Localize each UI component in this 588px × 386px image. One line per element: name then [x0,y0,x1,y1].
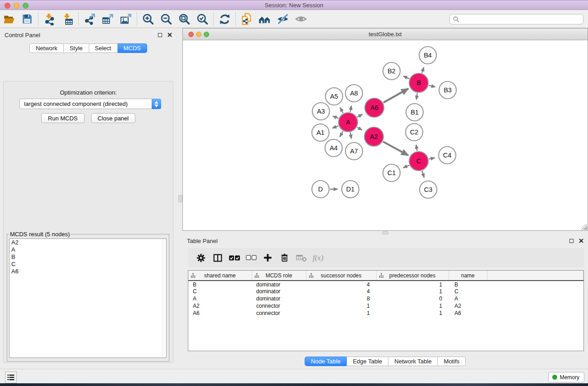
tab-node-table[interactable]: Node Table [305,357,347,366]
graph-node-C[interactable]: C [409,152,428,171]
table-cell-successor_nodes[interactable]: 4 [306,281,376,288]
export-image-icon[interactable] [117,11,135,27]
graph-node-A2[interactable]: A2 [364,127,383,146]
delete-table-icon[interactable] [293,250,310,266]
close-panel-icon[interactable] [167,33,172,37]
close-window-button[interactable] [5,3,10,9]
column-header-shared-name[interactable]: shared name [188,271,252,281]
import-network-icon[interactable] [40,11,58,27]
table-cell-successor_nodes[interactable]: 1 [306,302,376,310]
table-cell-predecessor_nodes[interactable]: 1 [376,310,449,317]
tab-edge-table[interactable]: Edge Table [347,357,388,366]
table-cell-shared_name[interactable]: A6 [188,310,252,317]
graph-edge-C-C1[interactable] [403,165,409,168]
save-session-icon[interactable] [18,11,36,27]
graph-edge-A-A1[interactable] [332,126,338,128]
table-cell-mcds_role[interactable]: dominator [252,295,306,302]
export-network-icon[interactable] [81,11,99,27]
graph-edge-A-A7[interactable] [350,133,352,139]
graph-node-B[interactable]: B [409,73,428,92]
table-cell-shared_name[interactable]: B [188,281,252,288]
close-table-panel-icon[interactable] [579,238,583,243]
graph-node-B1[interactable]: B1 [406,104,423,121]
graph-node-A1[interactable]: A1 [312,124,329,141]
add-column-icon[interactable] [259,250,276,266]
minimize-network-button[interactable] [196,32,201,37]
table-cell-successor_nodes[interactable]: 4 [306,288,376,295]
table-row[interactable]: A6connector11A6 [188,310,583,317]
graph-node-C3[interactable]: C3 [420,181,437,198]
table-cell-mcds_role[interactable]: dominator [252,288,306,295]
close-panel-button[interactable]: Close panel [91,113,136,123]
mcds-result-list[interactable]: A2ABCA6 [9,238,167,358]
table-cell-successor_nodes[interactable]: 8 [306,295,376,302]
graph-edge-A-A5[interactable] [340,108,343,113]
table-cell-mcds_role[interactable]: connector [252,302,306,310]
table-cell-name[interactable]: B [449,281,487,288]
column-header-MCDS-role[interactable]: MCDS role [252,271,306,281]
close-network-button[interactable] [188,32,194,37]
graph-edge-A-A4[interactable] [340,131,343,137]
table-cell-mcds_role[interactable]: connector [252,310,306,317]
delete-column-icon[interactable] [276,250,293,266]
table-cell-mcds_role[interactable]: dominator [252,281,306,288]
column-header-predecessor-nodes[interactable]: predecessor nodes [376,271,449,281]
mcds-result-item[interactable]: B [10,253,166,261]
table-cell-predecessor_nodes[interactable]: 0 [376,295,449,302]
show-eye-icon[interactable] [292,11,310,27]
window-resize-grip[interactable] [581,224,587,230]
table-cell-predecessor_nodes[interactable]: 1 [376,281,449,288]
column-header-name[interactable]: name [449,271,487,281]
table-cell-predecessor_nodes[interactable]: 1 [376,302,449,310]
graph-node-A6[interactable]: A6 [365,98,384,117]
hide-graphics-details-icon[interactable] [274,11,292,27]
search-input[interactable] [459,15,583,24]
float-table-panel-icon[interactable] [569,239,574,243]
duplicate-network-icon[interactable] [238,11,256,27]
graph-node-B4[interactable]: B4 [419,47,436,64]
table-cell-name[interactable]: A6 [449,310,487,317]
graph-edge-C-C4[interactable] [429,158,435,159]
table-row[interactable]: A2connector11A2 [188,302,583,310]
table-row[interactable]: Bdominator41B [188,281,583,288]
graph-node-A5[interactable]: A5 [325,88,343,105]
graph-node-A4[interactable]: A4 [325,139,342,157]
maximize-network-button[interactable] [204,32,209,37]
tab-style[interactable]: Style [64,43,89,53]
mcds-result-item[interactable]: C [10,261,166,268]
tab-network[interactable]: Network [29,43,64,53]
function-builder-icon[interactable]: f(x) [310,250,326,266]
mcds-result-item[interactable]: A6 [10,268,166,275]
graph-edge-B-B4[interactable] [422,67,424,73]
settings-gear-icon[interactable] [192,250,209,266]
table-cell-name[interactable]: C [449,288,487,295]
table-divider-grip[interactable] [382,231,388,234]
column-header-successor-nodes[interactable]: successor nodes [306,271,376,281]
result-scrollbar[interactable] [162,239,166,357]
graph-node-A[interactable]: A [339,113,358,132]
export-table-icon[interactable] [99,11,117,27]
show-panels-button[interactable] [5,372,17,383]
graph-node-D[interactable]: D [312,181,329,198]
table-row[interactable]: Adominator80A [188,295,583,302]
mcds-result-item[interactable]: A2 [10,239,166,246]
graph-node-C4[interactable]: C4 [439,147,456,164]
split-view-icon[interactable] [209,250,226,266]
table-cell-name[interactable]: A [449,295,487,302]
select-all-icon[interactable] [226,250,243,266]
tab-mcds[interactable]: MCDS [118,43,147,53]
tab-motifs[interactable]: Motifs [438,357,466,366]
zoom-in-icon[interactable] [139,11,157,27]
table-cell-successor_nodes[interactable]: 1 [306,310,376,317]
graph-edge-A-A6[interactable] [357,114,363,117]
graph-node-D1[interactable]: D1 [342,181,359,198]
graph-node-C2[interactable]: C2 [406,124,423,141]
minimize-window-button[interactable] [14,3,19,9]
home-icon[interactable] [256,11,274,27]
network-canvas[interactable]: B4B2BB3A8A5A6A3B1AA1C2A2A4A7C4CC1C3DD1 [183,40,588,230]
table-cell-name[interactable]: A2 [449,302,487,310]
refresh-view-icon[interactable] [215,11,234,27]
graph-edge-B-B3[interactable] [429,86,435,87]
graph-edge-A2-C[interactable] [383,142,408,156]
table-cell-predecessor_nodes[interactable]: 1 [376,288,449,295]
